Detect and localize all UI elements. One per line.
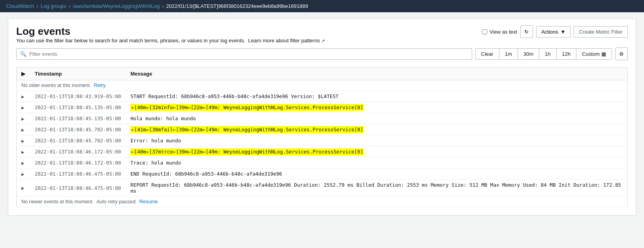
highlighted-message: ←[40m←[32minfo←[39m←[22m←[49m: WeyneLogg…	[130, 104, 364, 111]
timestamp-cell: 2022-01-13T18:08:46.172-05:00	[30, 146, 126, 157]
time-12h-button[interactable]: 12h	[557, 49, 577, 59]
table-row: ▶ 2022-01-13T18:08:45.135-05:00 Hola mun…	[17, 113, 628, 124]
row-expand-icon[interactable]: ▶	[21, 186, 24, 190]
row-expand-icon[interactable]: ▶	[21, 117, 24, 121]
expand-cell[interactable]: ▶	[17, 124, 30, 135]
view-as-text-toggle[interactable]: View as text	[482, 29, 517, 35]
expand-cell[interactable]: ▶	[17, 113, 30, 124]
expand-cell[interactable]: ▶	[17, 135, 30, 146]
log-events-table-container: ▶ Timestamp Message No older events at t…	[8, 67, 636, 215]
page-description: You can use the filter bar below to sear…	[16, 38, 325, 44]
settings-button[interactable]: ⚙	[615, 47, 628, 60]
table-row: ▶ 2022-01-13T18:08:46.475-05:00 REPORT R…	[17, 180, 628, 197]
expand-cell[interactable]: ▶	[17, 102, 30, 113]
page-title: Log events	[16, 25, 325, 38]
nav-sep-1: ›	[36, 3, 38, 9]
table-row: ▶ 2022-01-13T18:08:43.919-05:00 START Re…	[17, 91, 628, 102]
table-row: ▶ 2022-01-13T18:08:45.135-05:00 ←[40m←[3…	[17, 102, 628, 113]
nav-sep-2: ›	[69, 3, 70, 9]
no-newer-text: No newer events at this moment.	[21, 199, 94, 204]
highlighted-message: ←[40m←[37mtrce←[39m←[22m←[49m: WeyneLogg…	[130, 148, 364, 155]
row-expand-icon[interactable]: ▶	[21, 139, 24, 143]
row-expand-icon[interactable]: ▶	[21, 128, 24, 132]
learn-more-link[interactable]: Learn more about filter patterns	[248, 38, 320, 44]
message-cell: END RequestId: 68b946c8-a953-446b-b48c-a…	[126, 168, 627, 180]
resume-link[interactable]: Resume	[139, 199, 158, 204]
search-icon: 🔍	[20, 51, 26, 57]
message-cell: Error: hola mundo	[126, 135, 627, 146]
expand-cell[interactable]: ▶	[17, 91, 30, 102]
custom-calendar-icon: ▦	[601, 51, 606, 57]
custom-time-button[interactable]: Custom ▦	[576, 49, 612, 59]
filter-bar: 🔍 Clear 1m 30m 1h 12h Custom ▦ ⚙	[8, 47, 636, 64]
timestamp-cell: 2022-01-13T18:08:45.135-05:00	[30, 113, 126, 124]
timestamp-cell: 2022-01-13T18:08:46.475-05:00	[30, 180, 126, 197]
toolbar-right: View as text ↻ Actions ▼ Create Metric F…	[482, 25, 628, 38]
table-row: ▶ 2022-01-13T18:08:45.702-05:00 ←[41m←[3…	[17, 124, 628, 135]
actions-button[interactable]: Actions ▼	[536, 26, 571, 38]
message-cell: REPORT RequestId: 68b946c8-a953-446b-b48…	[126, 180, 627, 197]
expand-column-header: ▶	[17, 68, 30, 80]
no-newer-events-row: No newer events at this moment. Auto ret…	[17, 197, 628, 207]
create-metric-filter-button[interactable]: Create Metric Filter	[574, 26, 628, 38]
nav-cloudwatch[interactable]: CloudWatch	[6, 3, 34, 9]
nav-log-group-name[interactable]: /aws/lambda/WeyneLoggingWithNLog	[73, 3, 160, 9]
timestamp-cell: 2022-01-13T18:08:46.172-05:00	[30, 157, 126, 168]
time-30m-button[interactable]: 30m	[518, 49, 539, 59]
nav-current-stream: 2022/01/13/[$LATEST]966f380162324eee9eb8…	[166, 3, 308, 9]
nav-sep-3: ›	[162, 3, 164, 9]
table-row: ▶ 2022-01-13T18:08:46.475-05:00 END Requ…	[17, 168, 628, 180]
actions-label: Actions	[541, 29, 558, 35]
expand-cell[interactable]: ▶	[17, 168, 30, 180]
table-row: ▶ 2022-01-13T18:08:46.172-05:00 Trace: h…	[17, 157, 628, 168]
expand-all-icon[interactable]: ▶	[21, 71, 25, 77]
timestamp-cell: 2022-01-13T18:08:45.702-05:00	[30, 124, 126, 135]
retry-link[interactable]: Retry	[94, 83, 105, 88]
refresh-button[interactable]: ↻	[520, 25, 533, 38]
top-navigation: CloudWatch › Log groups › /aws/lambda/We…	[0, 0, 644, 12]
table-row: ▶ 2022-01-13T18:08:45.702-05:00 Error: h…	[17, 135, 628, 146]
time-1m-button[interactable]: 1m	[499, 49, 518, 59]
message-cell: ←[40m←[37mtrce←[39m←[22m←[49m: WeyneLogg…	[126, 146, 627, 157]
refresh-icon: ↻	[524, 29, 529, 35]
nav-log-groups[interactable]: Log groups	[41, 3, 66, 9]
page-header: Log events You can use the filter bar be…	[16, 25, 325, 44]
expand-cell[interactable]: ▶	[17, 146, 30, 157]
time-1h-button[interactable]: 1h	[539, 49, 556, 59]
row-expand-icon[interactable]: ▶	[21, 95, 24, 99]
no-older-events-cell: No older events at this moment. Retry	[17, 80, 628, 91]
row-expand-icon[interactable]: ▶	[21, 161, 24, 165]
timestamp-cell: 2022-01-13T18:08:45.135-05:00	[30, 102, 126, 113]
expand-cell[interactable]: ▶	[17, 157, 30, 168]
search-input[interactable]	[16, 48, 472, 60]
message-column-header: Message	[126, 68, 627, 80]
table-row: ▶ 2022-01-13T18:08:46.172-05:00 ←[40m←[3…	[17, 146, 628, 157]
view-as-text-checkbox[interactable]	[482, 29, 487, 34]
external-link-icon: ↗	[321, 38, 325, 43]
time-range-buttons: Clear 1m 30m 1h 12h Custom ▦	[475, 48, 612, 60]
settings-icon: ⚙	[619, 51, 624, 57]
expand-cell[interactable]: ▶	[17, 180, 30, 197]
row-expand-icon[interactable]: ▶	[21, 150, 24, 154]
clear-button[interactable]: Clear	[476, 49, 499, 59]
timestamp-cell: 2022-01-13T18:08:43.919-05:00	[30, 91, 126, 102]
message-cell: ←[41m←[30mfail←[39m←[22m←[49m: WeyneLogg…	[126, 124, 627, 135]
actions-dropdown-icon: ▼	[561, 29, 566, 35]
search-container: 🔍	[16, 48, 472, 60]
no-older-events-row: No older events at this moment. Retry	[17, 80, 628, 91]
view-as-text-label: View as text	[490, 29, 517, 35]
auto-retry-text: Auto retry paused.	[96, 199, 137, 204]
no-older-text: No older events at this moment.	[21, 83, 91, 88]
timestamp-column-header: Timestamp	[30, 68, 126, 80]
row-expand-icon[interactable]: ▶	[21, 106, 24, 110]
message-cell: ←[40m←[32minfo←[39m←[22m←[49m: WeyneLogg…	[126, 102, 627, 113]
custom-label: Custom	[582, 51, 600, 57]
log-events-table: ▶ Timestamp Message No older events at t…	[16, 67, 628, 207]
message-cell: Hola mundo: hola mundo	[126, 113, 627, 124]
highlighted-message: ←[41m←[30mfail←[39m←[22m←[49m: WeyneLogg…	[130, 126, 364, 133]
row-expand-icon[interactable]: ▶	[21, 172, 24, 176]
message-cell: Trace: hola mundo	[126, 157, 627, 168]
message-cell: START RequestId: 68b946c8-a953-446b-b48c…	[126, 91, 627, 102]
no-newer-events-cell: No newer events at this moment. Auto ret…	[17, 197, 628, 207]
timestamp-cell: 2022-01-13T18:08:46.475-05:00	[30, 168, 126, 180]
